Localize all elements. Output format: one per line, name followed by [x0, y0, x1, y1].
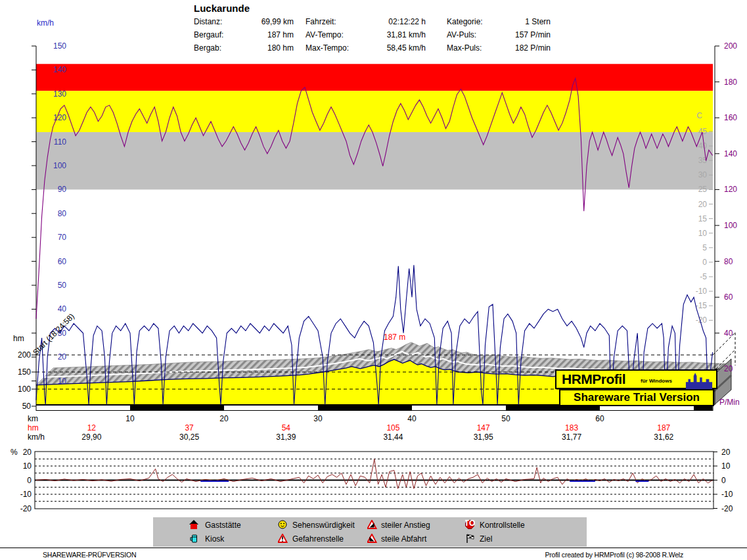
svg-text:5: 5 [702, 243, 707, 252]
legend-item-label: Kiosk [205, 534, 224, 544]
svg-text:10: 10 [58, 377, 67, 386]
svg-text:-15: -15 [696, 301, 708, 310]
max-elevation-annotation: 187 m [384, 333, 405, 342]
svg-text:100: 100 [724, 221, 737, 230]
svg-text:150: 150 [18, 367, 31, 377]
svg-text:100: 100 [18, 385, 31, 394]
svg-text:180: 180 [724, 78, 737, 87]
stat-value: 02:12:22 h [347, 17, 426, 26]
tour-profile-chart: C454035302520151050-5-10-15-201501401301… [0, 0, 747, 560]
svg-text:110: 110 [54, 137, 66, 147]
svg-text:40: 40 [698, 141, 708, 151]
svg-text:C: C [696, 111, 702, 120]
svg-text:-10: -10 [721, 490, 733, 499]
svg-text:20: 20 [219, 414, 229, 423]
svg-text:147: 147 [477, 423, 490, 432]
map-symbol-legend: GaststätteSehenswürdigkeitsteiler Anstie… [153, 517, 587, 547]
credit-footer-text: Profil created by HRMProfil (c) 98-2008 … [486, 551, 683, 559]
steep-descent-icon [367, 534, 377, 544]
svg-text:60: 60 [595, 414, 604, 423]
svg-text:40: 40 [58, 304, 67, 314]
legend-item-label: Gaststätte [205, 521, 241, 530]
stat-value: 187 hm [215, 30, 294, 39]
logo-sub-text: für Windows [641, 378, 672, 384]
svg-text:km: km [28, 414, 38, 423]
svg-text:31,95: 31,95 [474, 432, 493, 442]
legend-item-label: steiler Anstieg [381, 521, 430, 530]
svg-text:-10: -10 [20, 490, 32, 499]
svg-text:20: 20 [698, 200, 708, 209]
svg-text:183: 183 [565, 423, 578, 432]
shareware-trial-banner: Shareware Trial Version [559, 389, 714, 406]
gradient-chart: 2020101000-10-10-20-20% [11, 448, 733, 513]
legend-item-label: steile Abfahrt [381, 534, 426, 544]
svg-text:0: 0 [702, 258, 707, 267]
svg-text:20: 20 [58, 352, 67, 362]
svg-text:80: 80 [58, 209, 67, 218]
svg-text:70: 70 [58, 233, 67, 242]
svg-text:31,39: 31,39 [276, 432, 296, 442]
svg-text:0: 0 [721, 476, 726, 485]
svg-text:0: 0 [27, 476, 32, 485]
legend-item-label: Sehenswürdigkeit [292, 521, 355, 530]
svg-text:25: 25 [698, 185, 708, 194]
stat-value: 157 P/min [472, 30, 551, 39]
restaurant-icon [189, 520, 199, 530]
svg-text:10: 10 [698, 229, 708, 238]
legend-item-label: Ziel [480, 534, 492, 544]
svg-text:20: 20 [23, 448, 32, 457]
svg-text:50: 50 [22, 402, 32, 411]
svg-text:31,77: 31,77 [562, 432, 581, 442]
svg-text:20: 20 [721, 448, 731, 457]
svg-text:160: 160 [724, 113, 737, 122]
gradient-series [36, 459, 713, 488]
svg-text:15: 15 [698, 214, 708, 223]
stat-label: Max-Tempo: [306, 43, 349, 53]
svg-text:60: 60 [724, 292, 733, 302]
svg-text:10: 10 [125, 414, 135, 423]
pulse-zones [36, 64, 713, 189]
svg-text:P/Min: P/Min [719, 398, 740, 407]
footer-divider [0, 548, 747, 548]
svg-text:120: 120 [724, 185, 737, 194]
svg-text:140: 140 [53, 65, 66, 74]
svg-text:hm: hm [28, 423, 39, 432]
svg-text:80: 80 [724, 257, 733, 266]
svg-text:37: 37 [185, 423, 194, 432]
svg-text:100: 100 [53, 161, 66, 170]
svg-text:140: 140 [724, 149, 737, 158]
stat-value: 69,99 km [215, 17, 294, 26]
shareware-footer-text: SHAREWARE-PRÜFVERSION [43, 551, 136, 559]
svg-text:31,62: 31,62 [654, 432, 673, 442]
stat-value: 180 hm [215, 43, 294, 53]
sight-icon [278, 520, 288, 530]
kiosk-icon [189, 534, 199, 544]
svg-text:STOP: STOP [465, 520, 475, 528]
stat-label: Fahrzeit: [306, 17, 336, 26]
finish-icon [465, 534, 475, 544]
svg-text:km/h: km/h [28, 432, 45, 442]
svg-text:187: 187 [657, 423, 670, 432]
stat-value: 58,45 km/h [347, 43, 426, 53]
svg-text:-20: -20 [721, 504, 733, 513]
svg-text:-5: -5 [700, 272, 707, 281]
checkpoint-icon: STOP [465, 520, 475, 530]
danger-icon [278, 534, 288, 544]
steep-ascent-icon [367, 520, 377, 530]
hrmprofil-window: C454035302520151050-5-10-15-201501401301… [0, 0, 747, 560]
svg-text:90: 90 [58, 185, 67, 194]
svg-text:150: 150 [53, 41, 66, 51]
svg-text:30,25: 30,25 [179, 432, 199, 442]
castle-logo-icon [683, 372, 715, 389]
svg-text:105: 105 [386, 423, 399, 432]
svg-text:54: 54 [282, 423, 291, 432]
svg-text:12: 12 [87, 423, 97, 432]
svg-text:200: 200 [724, 41, 737, 51]
svg-text:-10: -10 [696, 287, 708, 296]
legend-item-label: Gefahrenstelle [292, 534, 344, 544]
kmh-axis-title: km/h [37, 18, 54, 28]
tour-title: Luckarunde [194, 3, 250, 14]
svg-text:29,90: 29,90 [81, 432, 101, 442]
svg-text:10: 10 [23, 461, 32, 471]
svg-text:30: 30 [698, 170, 708, 179]
